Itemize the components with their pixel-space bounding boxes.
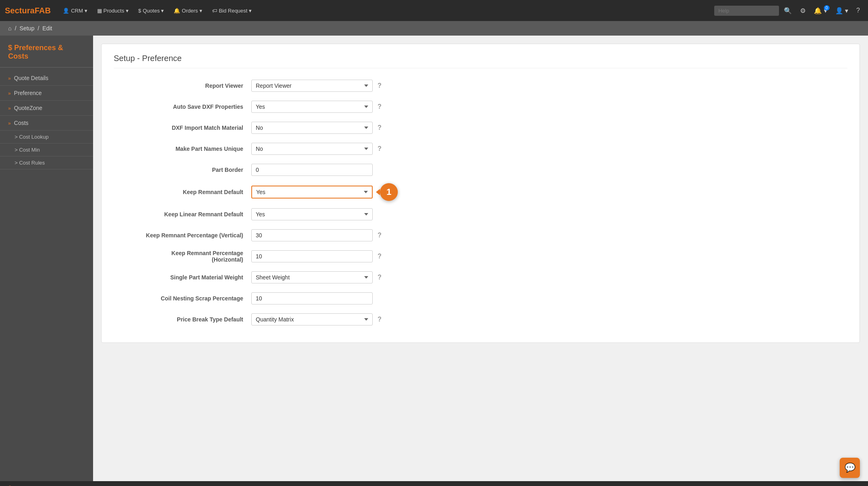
- breadcrumb-home[interactable]: ⌂: [8, 25, 11, 32]
- form-row-keep-remnant-default: Keep Remnant Default Yes No 1: [114, 183, 847, 201]
- top-navigation: SecturaFAB 👤 CRM ▾ ▦ Products ▾ $ Quotes…: [0, 0, 868, 21]
- sidebar-item-quote-details[interactable]: » Quote Details: [0, 71, 93, 86]
- form-row-price-break-type: Price Break Type Default Quantity Matrix…: [114, 312, 847, 327]
- input-remnant-pct-horizontal[interactable]: [251, 250, 373, 262]
- chevron-right-icon: »: [8, 76, 11, 81]
- chevron-right-icon: »: [8, 91, 11, 96]
- label-part-names-unique: Make Part Names Unique: [114, 146, 251, 152]
- form-row-remnant-pct-horizontal: Keep Remnant Percentage(Horizontal) ?: [114, 249, 847, 264]
- label-keep-remnant-default: Keep Remnant Default: [114, 189, 251, 195]
- sidebar-item-quotezone[interactable]: » QuoteZone: [0, 101, 93, 116]
- input-remnant-pct-vertical[interactable]: [251, 229, 373, 241]
- nav-crm[interactable]: 👤 CRM ▾: [59, 5, 91, 16]
- label-price-break-type: Price Break Type Default: [114, 316, 251, 323]
- chat-icon: 💬: [845, 463, 855, 473]
- brand-start: Sectura: [5, 6, 34, 15]
- sidebar-item-label: Costs: [14, 120, 29, 126]
- breadcrumb-current: Edit: [42, 25, 52, 32]
- select-keep-remnant-default[interactable]: Yes No: [251, 186, 373, 199]
- callout-number: 1: [386, 187, 391, 197]
- label-remnant-pct-vertical: Keep Remnant Percentage (Vertical): [114, 232, 251, 239]
- nav-quotes[interactable]: $ Quotes ▾: [134, 5, 168, 16]
- sidebar: $ Preferences & Costs » Quote Details » …: [0, 36, 93, 481]
- main-layout: $ Preferences & Costs » Quote Details » …: [0, 36, 868, 481]
- label-material-weight: Single Part Material Weight: [114, 274, 251, 281]
- breadcrumb-sep2: /: [38, 25, 39, 32]
- help-auto-save-dxf[interactable]: ?: [378, 103, 382, 110]
- select-auto-save-dxf[interactable]: Yes No: [251, 101, 373, 113]
- breadcrumb: ⌂ / Setup / Edit: [0, 21, 868, 36]
- page-panel: Setup - Preference Report Viewer Report …: [101, 44, 860, 343]
- select-material-weight[interactable]: Sheet Weight Part Weight: [251, 271, 373, 283]
- sidebar-item-cost-min[interactable]: > Cost Min: [0, 144, 93, 156]
- label-coil-scrap: Coil Nesting Scrap Percentage: [114, 295, 251, 302]
- footer: ©2014 - 2023 - SecturaSOFT SecturaFAB - …: [0, 481, 868, 486]
- chat-widget-button[interactable]: 💬: [840, 458, 860, 478]
- select-dxf-import[interactable]: No Yes: [251, 122, 373, 134]
- form-row-keep-linear-remnant: Keep Linear Remnant Default Yes No: [114, 207, 847, 222]
- brand-end: FAB: [34, 6, 51, 15]
- help-icon-button[interactable]: ?: [853, 4, 863, 17]
- chevron-small-icon: >: [15, 134, 19, 140]
- help-part-names-unique[interactable]: ?: [378, 145, 382, 152]
- breadcrumb-sep1: /: [15, 25, 16, 32]
- sidebar-title: $ Preferences & Costs: [0, 44, 93, 68]
- sidebar-item-label: Quote Details: [14, 75, 49, 81]
- notifications-button[interactable]: 🔔 0 ▾: [811, 4, 830, 17]
- form-row-part-border: Part Border: [114, 162, 847, 177]
- brand-logo[interactable]: SecturaFAB: [5, 6, 51, 15]
- sidebar-title-icon: $: [8, 44, 12, 52]
- sidebar-item-preference[interactable]: » Preference: [0, 86, 93, 101]
- form-row-report-viewer: Report Viewer Report Viewer ?: [114, 78, 847, 93]
- breadcrumb-setup[interactable]: Setup: [19, 25, 34, 32]
- select-keep-linear-remnant[interactable]: Yes No: [251, 208, 373, 220]
- form-row-part-names-unique: Make Part Names Unique No Yes ?: [114, 141, 847, 156]
- sidebar-item-costs[interactable]: » Costs: [0, 116, 93, 131]
- user-menu-button[interactable]: 👤 ▾: [832, 4, 851, 17]
- nav-products[interactable]: ▦ Products ▾: [93, 5, 133, 16]
- help-search-input[interactable]: [714, 6, 779, 16]
- select-price-break-type[interactable]: Quantity Matrix: [251, 313, 373, 325]
- chevron-small-icon: >: [15, 160, 19, 166]
- form-row-auto-save-dxf: Auto Save DXF Properties Yes No ?: [114, 99, 847, 114]
- main-content: Setup - Preference Report Viewer Report …: [93, 36, 868, 481]
- sidebar-title-text: Preferences & Costs: [8, 44, 63, 60]
- label-part-border: Part Border: [114, 167, 251, 173]
- label-report-viewer: Report Viewer: [114, 82, 251, 89]
- help-price-break-type[interactable]: ?: [378, 316, 382, 323]
- sidebar-item-cost-rules[interactable]: > Cost Rules: [0, 156, 93, 169]
- input-coil-scrap[interactable]: [251, 292, 373, 304]
- chevron-small-icon: >: [15, 147, 19, 153]
- help-material-weight[interactable]: ?: [378, 274, 382, 281]
- nav-bid-request[interactable]: 🏷 Bid Request ▾: [208, 5, 256, 16]
- form-row-coil-scrap: Coil Nesting Scrap Percentage: [114, 291, 847, 306]
- label-keep-linear-remnant: Keep Linear Remnant Default: [114, 211, 251, 218]
- form-row-dxf-import: DXF Import Match Material No Yes ?: [114, 120, 847, 135]
- dollar-icon: $: [138, 8, 141, 14]
- help-remnant-pct-vertical[interactable]: ?: [378, 232, 382, 239]
- sidebar-sub-label: Cost Min: [19, 147, 40, 153]
- input-part-border[interactable]: [251, 164, 373, 176]
- label-remnant-pct-horizontal: Keep Remnant Percentage(Horizontal): [114, 250, 251, 263]
- sidebar-item-cost-lookup[interactable]: > Cost Lookup: [0, 131, 93, 144]
- callout-badge-1: 1: [380, 183, 398, 201]
- grid-icon: ▦: [97, 8, 102, 14]
- label-dxf-import: DXF Import Match Material: [114, 125, 251, 131]
- help-dxf-import[interactable]: ?: [378, 124, 382, 131]
- help-remnant-pct-horizontal[interactable]: ?: [378, 253, 382, 260]
- search-icon-button[interactable]: 🔍: [781, 4, 795, 17]
- form-row-remnant-pct-vertical: Keep Remnant Percentage (Vertical) ?: [114, 228, 847, 243]
- select-part-names-unique[interactable]: No Yes: [251, 143, 373, 155]
- nav-orders[interactable]: 🔔 Orders ▾: [170, 5, 206, 16]
- tag-icon: 🏷: [212, 8, 217, 14]
- bell-icon: 🔔: [174, 8, 180, 14]
- sidebar-item-label: QuoteZone: [14, 105, 42, 111]
- page-title: Setup - Preference: [114, 54, 847, 68]
- sidebar-sub-label: Cost Lookup: [19, 134, 49, 140]
- help-report-viewer[interactable]: ?: [378, 82, 382, 89]
- sidebar-item-label: Preference: [14, 90, 42, 96]
- settings-icon-button[interactable]: ⚙: [797, 4, 809, 17]
- select-report-viewer[interactable]: Report Viewer: [251, 80, 373, 92]
- form-row-material-weight: Single Part Material Weight Sheet Weight…: [114, 270, 847, 285]
- chevron-right-icon: »: [8, 106, 11, 111]
